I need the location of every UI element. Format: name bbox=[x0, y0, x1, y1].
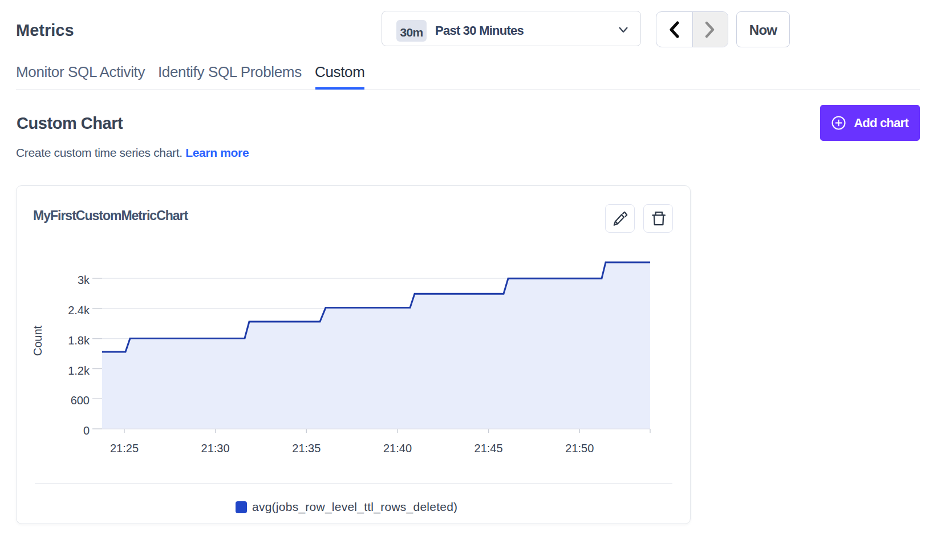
svg-text:600: 600 bbox=[71, 394, 90, 407]
svg-text:1.8k: 1.8k bbox=[68, 334, 90, 347]
svg-text:21:35: 21:35 bbox=[292, 442, 321, 455]
svg-text:1.2k: 1.2k bbox=[68, 364, 90, 377]
svg-text:Count: Count bbox=[31, 325, 44, 356]
svg-text:2.4k: 2.4k bbox=[68, 304, 90, 316]
svg-text:21:45: 21:45 bbox=[474, 442, 503, 455]
svg-text:21:30: 21:30 bbox=[201, 442, 230, 455]
svg-text:21:50: 21:50 bbox=[565, 442, 594, 455]
svg-text:21:40: 21:40 bbox=[383, 442, 412, 455]
svg-text:21:25: 21:25 bbox=[110, 442, 139, 455]
svg-text:0: 0 bbox=[83, 424, 90, 437]
svg-text:3k: 3k bbox=[78, 274, 90, 286]
